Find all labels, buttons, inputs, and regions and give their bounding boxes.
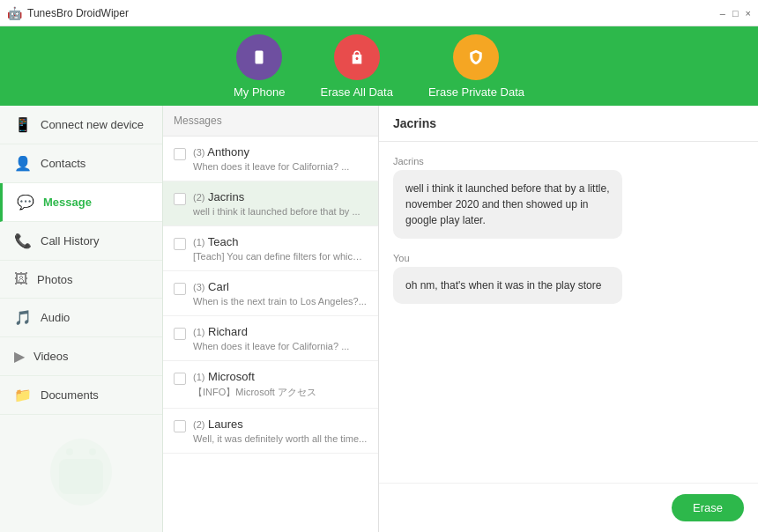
list-item[interactable]: (3) Anthony When does it leave for Calif… bbox=[163, 137, 378, 181]
svg-point-5 bbox=[89, 448, 96, 455]
chat-message-sent: You oh nm, that's when it was in the pla… bbox=[393, 253, 744, 304]
msg-content-2: (2) Jacrins well i think it launched bef… bbox=[193, 190, 368, 217]
nav-bar: My Phone Erase All Data Erase Private Da… bbox=[0, 26, 758, 106]
msg-preview-4: When is the next train to Los Angeles?..… bbox=[193, 296, 368, 307]
nav-phone-icon bbox=[236, 34, 282, 80]
msg-name-1: (3) Anthony bbox=[193, 145, 368, 159]
nav-erase-all[interactable]: Erase All Data bbox=[321, 34, 393, 99]
svg-point-1 bbox=[258, 60, 260, 62]
sidebar-message-label: Message bbox=[43, 196, 92, 209]
nav-erase-all-label: Erase All Data bbox=[321, 85, 393, 99]
list-item[interactable]: (3) Carl When is the next train to Los A… bbox=[163, 271, 378, 316]
msg-checkbox-1[interactable] bbox=[174, 148, 186, 160]
msg-checkbox-5[interactable] bbox=[174, 328, 186, 340]
msg-content-7: (2) Laures Well, it was definitely worth… bbox=[193, 417, 368, 444]
nav-erase-private[interactable]: Erase Private Data bbox=[428, 34, 524, 99]
nav-my-phone[interactable]: My Phone bbox=[234, 34, 286, 99]
connect-icon: 📱 bbox=[14, 116, 32, 133]
msg-checkbox-6[interactable] bbox=[174, 373, 186, 385]
msg-checkbox-4[interactable] bbox=[174, 283, 186, 295]
title-bar: 🤖 TunesBro DroidWiper – □ × bbox=[0, 0, 758, 26]
chat-sender-name: Jacrins bbox=[393, 156, 744, 166]
sidebar-videos-label: Videos bbox=[33, 350, 69, 363]
erase-button[interactable]: Erase bbox=[672, 494, 744, 521]
msg-checkbox-3[interactable] bbox=[174, 238, 186, 250]
messages-panel: Messages (3) Anthony When does it leave … bbox=[163, 106, 379, 532]
msg-content-6: (1) Microsoft 【INFO】Microsoft アクセス bbox=[193, 370, 368, 399]
list-item[interactable]: (1) Teach [Teach] You can define filters… bbox=[163, 226, 378, 271]
nav-erase-icon bbox=[334, 34, 380, 80]
msg-name-5: (1) Richard bbox=[193, 325, 368, 338]
documents-icon: 📁 bbox=[14, 387, 32, 403]
android-logo bbox=[0, 432, 162, 512]
sidebar-documents-label: Documents bbox=[41, 388, 99, 402]
sidebar-contacts-label: Contacts bbox=[41, 157, 85, 170]
svg-point-4 bbox=[66, 448, 73, 455]
chat-panel: Jacrins Jacrins well i think it launched… bbox=[379, 106, 758, 532]
videos-icon: ▶ bbox=[14, 348, 25, 365]
nav-my-phone-label: My Phone bbox=[234, 85, 286, 99]
chat-bubble-received: well i think it launched before that by … bbox=[393, 170, 622, 239]
list-item[interactable]: (2) Jacrins well i think it launched bef… bbox=[163, 181, 378, 226]
msg-name-2: (2) Jacrins bbox=[193, 190, 368, 203]
chat-header: Jacrins bbox=[379, 106, 758, 142]
msg-content-1: (3) Anthony When does it leave for Calif… bbox=[193, 145, 368, 172]
msg-preview-3: [Teach] You can define filters for which… bbox=[193, 251, 368, 262]
title-bar-controls: – □ × bbox=[720, 8, 751, 18]
msg-preview-6: 【INFO】Microsoft アクセス bbox=[193, 386, 368, 399]
sidebar-audio-label: Audio bbox=[41, 311, 70, 324]
messages-header: Messages bbox=[163, 106, 378, 137]
msg-content-5: (1) Richard When does it leave for Calif… bbox=[193, 325, 368, 351]
app-title: TunesBro DroidWiper bbox=[27, 7, 129, 19]
call-history-icon: 📞 bbox=[14, 233, 32, 249]
close-button[interactable]: × bbox=[746, 8, 751, 18]
sidebar-item-documents[interactable]: 📁 Documents bbox=[0, 376, 162, 415]
chat-bubble-sent: oh nm, that's when it was in the play st… bbox=[393, 267, 622, 304]
maximize-button[interactable]: □ bbox=[732, 8, 739, 18]
msg-preview-2: well i think it launched before that by … bbox=[193, 206, 368, 217]
sidebar-item-photos[interactable]: 🖼 Photos bbox=[0, 261, 162, 299]
sidebar-item-call-history[interactable]: 📞 Call History bbox=[0, 222, 162, 261]
msg-preview-7: Well, it was definitely worth all the ti… bbox=[193, 433, 368, 444]
chat-footer: Erase bbox=[379, 483, 758, 532]
msg-preview-1: When does it leave for California? ... bbox=[193, 161, 368, 172]
sidebar-photos-label: Photos bbox=[37, 273, 72, 286]
msg-name-6: (1) Microsoft bbox=[193, 370, 368, 383]
list-item[interactable]: (2) Laures Well, it was definitely worth… bbox=[163, 409, 378, 454]
msg-checkbox-2[interactable] bbox=[174, 193, 186, 205]
sidebar-item-message[interactable]: 💬 Message bbox=[0, 183, 162, 222]
msg-checkbox-7[interactable] bbox=[174, 420, 186, 432]
msg-content-3: (1) Teach [Teach] You can define filters… bbox=[193, 235, 368, 262]
chat-you-label: You bbox=[393, 253, 744, 263]
sidebar: 📱 Connect new device 👤 Contacts 💬 Messag… bbox=[0, 106, 163, 532]
audio-icon: 🎵 bbox=[14, 309, 32, 326]
svg-rect-3 bbox=[59, 459, 103, 494]
sidebar-item-videos[interactable]: ▶ Videos bbox=[0, 337, 162, 376]
photos-icon: 🖼 bbox=[14, 271, 28, 287]
sidebar-call-history-label: Call History bbox=[41, 234, 99, 248]
sidebar-connect-label: Connect new device bbox=[41, 118, 144, 131]
list-item[interactable]: (1) Richard When does it leave for Calif… bbox=[163, 316, 378, 361]
contacts-icon: 👤 bbox=[14, 155, 32, 172]
chat-messages: Jacrins well i think it launched before … bbox=[379, 142, 758, 483]
msg-name-7: (2) Laures bbox=[193, 417, 368, 431]
nav-erase-private-label: Erase Private Data bbox=[428, 85, 524, 99]
sidebar-item-audio[interactable]: 🎵 Audio bbox=[0, 299, 162, 337]
msg-preview-5: When does it leave for California? ... bbox=[193, 341, 368, 351]
nav-private-icon bbox=[453, 34, 499, 80]
chat-message-received: Jacrins well i think it launched before … bbox=[393, 156, 744, 239]
app-logo-icon: 🤖 bbox=[7, 6, 22, 20]
msg-name-3: (1) Teach bbox=[193, 235, 368, 248]
message-icon: 💬 bbox=[17, 194, 34, 211]
title-bar-left: 🤖 TunesBro DroidWiper bbox=[7, 6, 129, 20]
msg-name-4: (3) Carl bbox=[193, 280, 368, 293]
msg-content-4: (3) Carl When is the next train to Los A… bbox=[193, 280, 368, 307]
list-item[interactable]: (1) Microsoft 【INFO】Microsoft アクセス bbox=[163, 361, 378, 409]
chat-contact-name: Jacrins bbox=[393, 116, 436, 130]
sidebar-item-connect[interactable]: 📱 Connect new device bbox=[0, 106, 162, 144]
sidebar-item-contacts[interactable]: 👤 Contacts bbox=[0, 144, 162, 183]
minimize-button[interactable]: – bbox=[720, 8, 725, 18]
main-content: 📱 Connect new device 👤 Contacts 💬 Messag… bbox=[0, 106, 758, 532]
